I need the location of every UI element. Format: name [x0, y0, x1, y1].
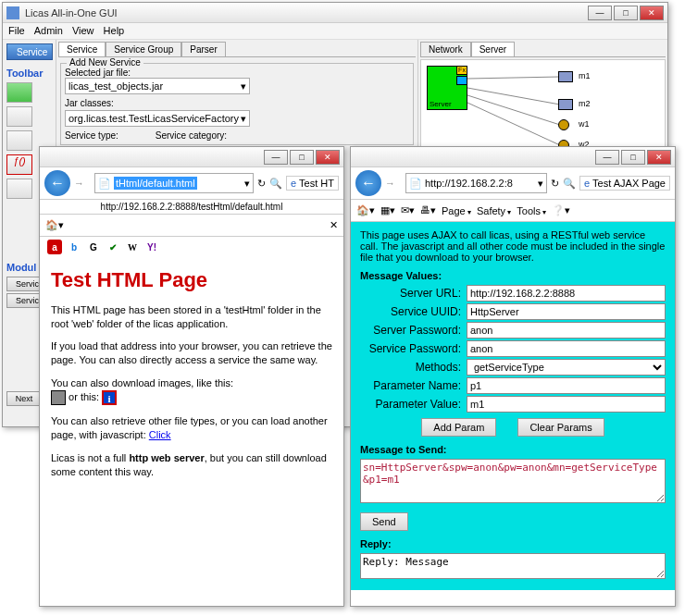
yahoo-icon[interactable]: Y!	[144, 240, 159, 254]
ie2-maximize-button[interactable]: □	[621, 150, 645, 165]
jar-classes-label: Jar classes:	[65, 98, 409, 108]
ie2-close-button[interactable]: ✕	[647, 150, 671, 165]
toolbar-fx-icon[interactable]: ƒ()	[6, 154, 32, 175]
google-icon[interactable]: G	[86, 240, 101, 254]
toolbar-tool2-icon[interactable]	[6, 106, 32, 127]
service-pw-label: Service Password:	[360, 342, 467, 355]
selected-jar-label: Selected jar file:	[65, 68, 409, 78]
server-pw-label: Server Password:	[360, 324, 467, 337]
jar-class-combo[interactable]: org.licas.test.TestLicasServiceFactory▾	[65, 110, 250, 127]
param-name-input[interactable]	[467, 377, 666, 394]
svg-line-0	[467, 77, 560, 79]
ie1-tab[interactable]: e Test HT	[286, 176, 339, 191]
server-url-input[interactable]	[467, 285, 666, 302]
service-pw-input[interactable]	[467, 340, 666, 357]
ie2-back-button[interactable]: ←	[355, 170, 381, 196]
mail-icon[interactable]: ✉▾	[401, 204, 415, 216]
forward-button[interactable]: →	[74, 178, 91, 189]
next-button[interactable]: Next	[6, 391, 42, 406]
menu-help[interactable]: Help	[104, 25, 125, 37]
click-link[interactable]: Click	[149, 429, 171, 440]
message-body-textarea[interactable]	[360, 459, 666, 503]
ie2-minimize-button[interactable]: —	[595, 150, 619, 165]
toolbar-tool5-icon[interactable]	[6, 179, 32, 199]
main-menubar: File Admin View Help	[3, 23, 667, 40]
center-tabs: Service Service Group Parser	[58, 42, 416, 57]
check-icon[interactable]: ✔	[106, 240, 120, 254]
close-button[interactable]: ✕	[640, 6, 664, 20]
home-icon[interactable]: 🏠▾	[45, 219, 64, 231]
para-5: Licas is not a full http web server, but…	[51, 451, 332, 479]
menu-admin[interactable]: Admin	[34, 25, 63, 37]
main-titlebar: Licas All-in-One GUI — □ ✕	[3, 3, 667, 23]
methods-select[interactable]: getServiceType	[467, 359, 666, 376]
help-icon[interactable]: ❔▾	[552, 204, 570, 216]
node-m1[interactable]	[558, 71, 573, 82]
server-node[interactable]: Fx Server	[427, 66, 467, 110]
feed-icon[interactable]: ▦▾	[380, 204, 395, 216]
menu-view[interactable]: View	[72, 25, 94, 37]
search-provider-row: a b G ✔ W Y!	[40, 237, 343, 257]
ie1-full-url: http://192.168.2.2:8888/testHtml/default…	[40, 200, 343, 215]
toolbar-label: Toolbar	[6, 68, 52, 79]
add-param-button[interactable]: Add Param	[421, 418, 496, 437]
node-w1[interactable]	[558, 119, 569, 130]
svg-line-1	[467, 88, 560, 105]
ie2-tab[interactable]: e Test AJAX Page	[579, 176, 670, 191]
ie2-search-icon[interactable]: 🔍	[563, 178, 576, 190]
search-icon[interactable]: 🔍	[269, 178, 282, 190]
page-heading: Test HTML Page	[51, 266, 332, 294]
page-menu[interactable]: Page	[442, 205, 471, 216]
svg-line-3	[467, 103, 560, 145]
tab-parser[interactable]: Parser	[181, 42, 225, 56]
ie1-address-bar[interactable]: 📄 tHtml/default.html ▾	[94, 173, 254, 193]
ie-window-1: — □ ✕ ← → 📄 tHtml/default.html ▾ ↻ 🔍 e T…	[39, 146, 344, 607]
para-3: You can also download images, like this:…	[51, 376, 332, 405]
tools-menu[interactable]: Tools	[517, 205, 546, 216]
ie-logo-icon: e	[291, 178, 296, 189]
ie1-maximize-button[interactable]: □	[290, 150, 314, 165]
minimize-button[interactable]: —	[588, 6, 612, 20]
ie-logo-icon: e	[584, 178, 590, 189]
reply-textarea[interactable]	[360, 553, 666, 579]
tab-service[interactable]: Service	[58, 42, 106, 56]
image-placeholder-1	[51, 390, 66, 405]
ie1-close-button[interactable]: ✕	[316, 150, 340, 165]
safety-menu[interactable]: Safety	[477, 205, 511, 216]
ie2-address-bar[interactable]: 📄 http://192.168.2.2:8 ▾	[405, 173, 547, 193]
refresh-icon[interactable]: ↻	[257, 178, 266, 190]
tab-server[interactable]: Server	[471, 42, 515, 56]
ie1-titlebar: — □ ✕	[40, 147, 343, 167]
service-uuid-input[interactable]	[467, 303, 666, 320]
print-icon[interactable]: 🖶▾	[420, 204, 436, 216]
toolbar-tool3-icon[interactable]	[6, 130, 32, 151]
toolbar-grid-icon[interactable]	[6, 82, 32, 103]
jar-file-combo[interactable]: licas_test_objects.jar▾	[65, 78, 250, 94]
node-m2[interactable]	[558, 99, 573, 110]
ie2-refresh-icon[interactable]: ↻	[551, 178, 559, 190]
tab-service-group[interactable]: Service Group	[106, 42, 181, 56]
wikipedia-icon[interactable]: W	[125, 240, 140, 254]
ie2-forward-button[interactable]: →	[385, 178, 402, 189]
send-button[interactable]: Send	[360, 512, 408, 531]
para-2: If you load that address into your brows…	[51, 339, 332, 367]
tab-network[interactable]: Network	[420, 42, 471, 56]
server-pw-input[interactable]	[467, 322, 666, 339]
ie2-document: This page uses AJAX to call licas, using…	[351, 222, 675, 590]
para-4: You can also retrieve other file types, …	[51, 414, 332, 442]
service-button[interactable]: Service	[6, 43, 53, 60]
app-icon	[6, 6, 19, 19]
para-1: This HTML page has been stored in a 'tes…	[51, 303, 332, 331]
ie2-home-icon[interactable]: 🏠▾	[356, 204, 375, 216]
ie1-minimize-button[interactable]: —	[264, 150, 288, 165]
message-to-send-heading: Message to Send:	[360, 444, 666, 455]
menu-file[interactable]: File	[8, 25, 25, 37]
clear-params-button[interactable]: Clear Params	[517, 418, 604, 437]
param-value-input[interactable]	[467, 396, 666, 413]
maximize-button[interactable]: □	[614, 6, 638, 20]
ask-icon[interactable]: a	[47, 240, 62, 254]
page-icon: 📄	[409, 178, 422, 190]
bing-icon[interactable]: b	[67, 240, 81, 254]
svg-line-2	[467, 95, 560, 125]
back-button[interactable]: ←	[44, 170, 70, 196]
